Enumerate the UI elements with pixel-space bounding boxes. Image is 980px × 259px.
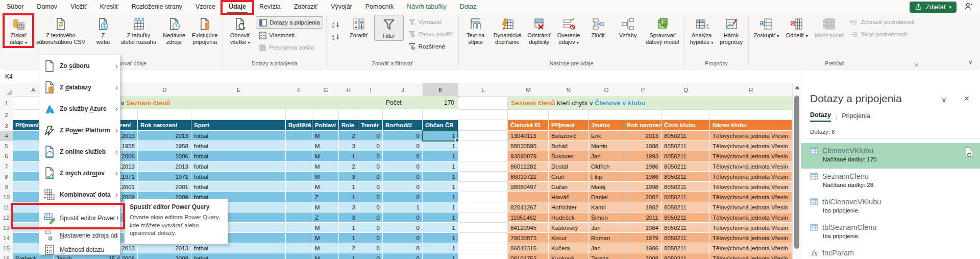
column-header-P[interactable]: P (624, 83, 662, 97)
cell-K14[interactable]: 1 (423, 233, 458, 243)
cell-R13[interactable]: Tělovýchovná jednota Vřesin (710, 223, 792, 233)
cell-O3[interactable]: Jméno (589, 120, 624, 131)
cell-K13[interactable]: 1 (423, 223, 458, 233)
cell-H16[interactable]: 1 (339, 253, 358, 259)
cell-K16[interactable]: 1 (423, 253, 458, 259)
cell-P5[interactable]: 1988 (624, 141, 662, 151)
cell-E7[interactable]: fotbal (191, 161, 286, 172)
row-header-10[interactable]: 10 (0, 192, 13, 203)
cell-O5[interactable]: Martin (589, 141, 624, 151)
row-header-6[interactable]: 6 (0, 151, 13, 162)
cell-M16[interactable]: 08101753 (508, 253, 549, 259)
relationships-button[interactable]: Vzťahy (614, 15, 642, 40)
cell-I7[interactable]: 0 (358, 161, 383, 172)
cell-M13[interactable]: 84120945 (508, 223, 549, 233)
cell-Q15[interactable]: 8050211 (662, 243, 710, 253)
cell-R2[interactable] (710, 110, 792, 120)
tab-pripojenia[interactable]: Pripojenia (842, 112, 870, 122)
cell-E5[interactable]: fotbal (191, 141, 286, 151)
dialog-launcher-icon[interactable]: ⇲ (913, 62, 917, 67)
row-header-5[interactable]: 5 (0, 141, 13, 152)
cell-P16[interactable]: 2008 (624, 253, 662, 259)
cell-R6[interactable]: Tělovýchovná jednota Vřesin (710, 151, 792, 161)
ribbon-tab-dotaz[interactable]: Dotaz (453, 0, 483, 14)
row-header-14[interactable]: 14 (0, 233, 13, 244)
cell-L14[interactable] (458, 233, 508, 243)
cell-Q3[interactable]: Číslo klubu (662, 120, 710, 131)
cell-O13[interactable]: Jan (589, 223, 624, 233)
cell-D8[interactable]: 1971 (138, 172, 191, 182)
cell-R4[interactable]: Tělovýchovná jednota Vřesin (710, 131, 792, 141)
cell-N7[interactable]: Dostál (549, 161, 589, 172)
cell-Q9[interactable]: 8050211 (662, 182, 710, 192)
cell-I5[interactable]: 0 (358, 141, 383, 151)
cell-Q5[interactable]: 8050211 (662, 141, 710, 151)
cell-R9[interactable]: Tělovýchovná jednota Vřesin (710, 182, 792, 192)
cell-J12[interactable]: 0 (383, 213, 423, 223)
menu-item-from-file[interactable]: Zo súboru› (39, 55, 120, 77)
select-all-corner[interactable] (0, 83, 13, 97)
cell-N16[interactable]: Kupková (549, 253, 589, 259)
cell-Q12[interactable]: 8050211 (662, 213, 710, 223)
cell-M8[interactable]: 86010722 (508, 172, 549, 182)
text-to-columns-button[interactable]: Text nastĺpce (461, 15, 490, 46)
cell-J9[interactable]: 0 (383, 182, 423, 192)
cell-P13[interactable]: 1984 (624, 223, 662, 233)
row-header-13[interactable]: 13 (0, 223, 13, 233)
cell-H12[interactable]: 3 (339, 213, 358, 223)
preview-doc-icon[interactable] (965, 147, 973, 159)
cell-H2[interactable] (339, 110, 358, 120)
cell-J14[interactable]: 0 (383, 233, 423, 243)
ribbon-tab-navrh-tabulky[interactable]: Návrh tabuľky (400, 0, 453, 14)
row-header-3[interactable]: 3 (0, 120, 13, 131)
get-data-button[interactable]: Získaťúdaje ▾ (4, 15, 33, 46)
cell-D4[interactable]: 2013 (138, 131, 191, 141)
ribbon-tab-udaje[interactable]: Údaje (222, 0, 253, 14)
cell-E4[interactable]: fotbal (191, 131, 286, 141)
cell-M7[interactable]: 86012282 (508, 161, 549, 172)
cell-H7[interactable]: 2 (339, 161, 358, 172)
cell-J2[interactable] (383, 110, 423, 120)
cell-E2[interactable] (191, 110, 286, 120)
cell-K4[interactable]: 1 (423, 131, 458, 141)
cell-N8[interactable]: Gruň (549, 172, 589, 182)
cell-M10[interactable] (508, 192, 549, 202)
properties-button[interactable]: Vlastnosti (256, 30, 323, 41)
column-header-F[interactable]: F (286, 83, 313, 97)
ribbon-tab-vzorce[interactable]: Vzorce (189, 0, 222, 14)
cell-J8[interactable]: 0 (383, 172, 423, 182)
menu-item-query-options[interactable]: Možnosti dotazu (39, 243, 120, 257)
ungroup-button[interactable]: Oddeliť ▾ (782, 15, 811, 40)
refresh-all-button[interactable]: Obnoviťvšetko ▾ (226, 15, 254, 46)
cell-K15[interactable]: 1 (423, 243, 458, 253)
cell-K5[interactable]: 1 (423, 141, 458, 151)
cell-L9[interactable] (458, 182, 508, 192)
row-header-11[interactable]: 11 (0, 202, 13, 213)
cell-G8[interactable]: M (312, 172, 339, 182)
cell-E6[interactable]: fotbal (191, 151, 286, 161)
column-header-D[interactable]: D (138, 83, 192, 97)
cell-E9[interactable]: fotbal (191, 182, 286, 192)
row-header-4[interactable]: 4 (0, 131, 14, 142)
ribbon-tab-zobrazit[interactable]: Zobraziť (287, 0, 324, 14)
cell-Q16[interactable]: 8050211 (662, 253, 710, 259)
cell-R16[interactable]: Tělovýchovná jednota Vřesin (710, 253, 792, 259)
cell-M15[interactable]: 86042315 (508, 243, 549, 253)
column-header-H[interactable]: H (339, 83, 359, 97)
scroll-up-icon[interactable] (795, 86, 800, 89)
cell-Q14[interactable]: 8050211 (662, 233, 710, 243)
menu-item-from-power-platform[interactable]: Z Power Platform› (39, 120, 120, 141)
cell-P11[interactable]: 1982 (624, 202, 662, 213)
cell-H6[interactable]: 1 (339, 151, 358, 161)
sort-az-button[interactable]: AZ (330, 19, 343, 30)
query-item-tblSeznamClenu[interactable]: tblSeznamClenuIba pripojenie. (801, 220, 980, 245)
cell-F2[interactable] (286, 110, 312, 120)
cell-F13[interactable] (286, 223, 312, 233)
cell-J3[interactable]: Rozhodčí (383, 120, 423, 131)
ribbon-tab-revizia[interactable]: Revízia (253, 0, 287, 14)
cell-P10[interactable]: 2002 (624, 192, 662, 202)
cell-J10[interactable]: 0 (383, 192, 423, 202)
menu-item-from-online-services[interactable]: Z online služieb› (39, 141, 120, 162)
cell-O10[interactable]: Daniel (589, 192, 624, 202)
ribbon-tab-subor[interactable]: Súbor (0, 0, 30, 14)
